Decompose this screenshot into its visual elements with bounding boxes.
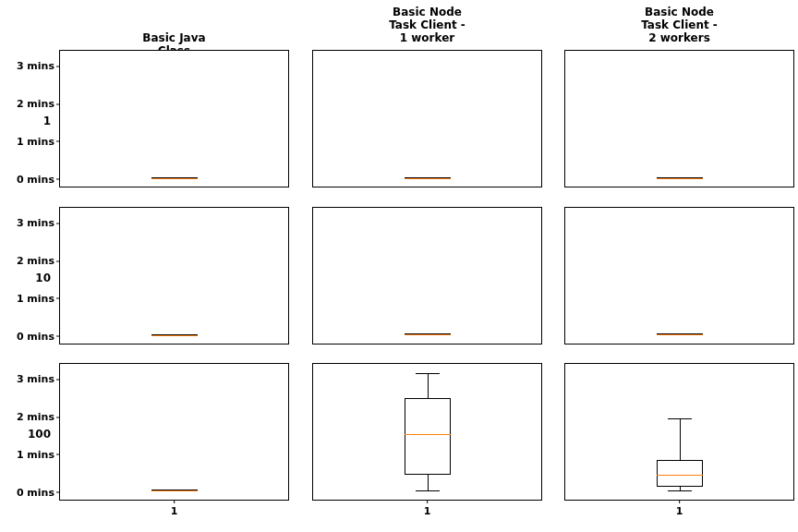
box	[657, 460, 703, 487]
panel-1-2	[564, 207, 794, 345]
y-tick-label: 1 mins	[17, 448, 54, 460]
y-tick-label: 3 mins	[17, 217, 54, 229]
median-line	[151, 490, 198, 491]
cap-upper	[416, 373, 440, 374]
panel-0-1	[312, 50, 542, 187]
panel-0-0: 0 mins1 mins2 mins3 mins	[59, 50, 289, 187]
y-tick-label: 1 mins	[17, 135, 54, 147]
median-line	[151, 335, 198, 336]
y-tick-label: 2 mins	[17, 98, 54, 110]
x-tick-label: 1	[676, 505, 683, 517]
y-tick-label: 0 mins	[17, 173, 54, 185]
median-line	[657, 178, 703, 179]
median-line	[657, 334, 703, 335]
row-label-1: 10	[35, 272, 51, 284]
y-tick-label: 3 mins	[17, 373, 54, 385]
x-tick-label: 1	[424, 505, 431, 517]
panel-2-1: 1	[312, 363, 542, 501]
col-title-2: Basic Node Task Client - 2 workers	[564, 6, 794, 44]
whisker-upper	[680, 418, 681, 460]
y-tick-label: 0 mins	[17, 330, 54, 342]
panel-1-1	[312, 207, 542, 345]
cap-upper	[668, 418, 692, 419]
y-tick-label: 2 mins	[17, 411, 54, 423]
row-label-0: 1	[43, 115, 51, 127]
y-tick-label: 3 mins	[17, 60, 54, 72]
median-line	[405, 334, 451, 335]
y-tick-label: 1 mins	[17, 292, 54, 304]
whisker-upper	[428, 373, 429, 398]
y-tick-label: 0 mins	[17, 486, 54, 498]
panel-1-0: 0 mins1 mins2 mins3 mins	[59, 207, 289, 345]
panel-2-0: 0 mins1 mins2 mins3 mins1	[59, 363, 289, 501]
col-title-1: Basic Node Task Client - 1 worker	[312, 6, 542, 44]
row-label-2: 100	[28, 428, 51, 441]
panel-0-2	[564, 50, 794, 187]
cap-lower	[416, 490, 440, 491]
median-line	[657, 475, 703, 476]
whisker-lower	[428, 475, 429, 490]
boxplot-grid: Basic Java Class Basic Node Task Client …	[0, 0, 798, 532]
median-line	[405, 434, 451, 435]
median-line	[151, 178, 198, 179]
y-tick-label: 2 mins	[17, 255, 54, 267]
box	[405, 398, 451, 476]
median-line	[405, 178, 451, 179]
x-tick-label: 1	[171, 505, 178, 517]
cap-lower	[668, 490, 692, 491]
panel-2-2: 1	[564, 363, 794, 501]
